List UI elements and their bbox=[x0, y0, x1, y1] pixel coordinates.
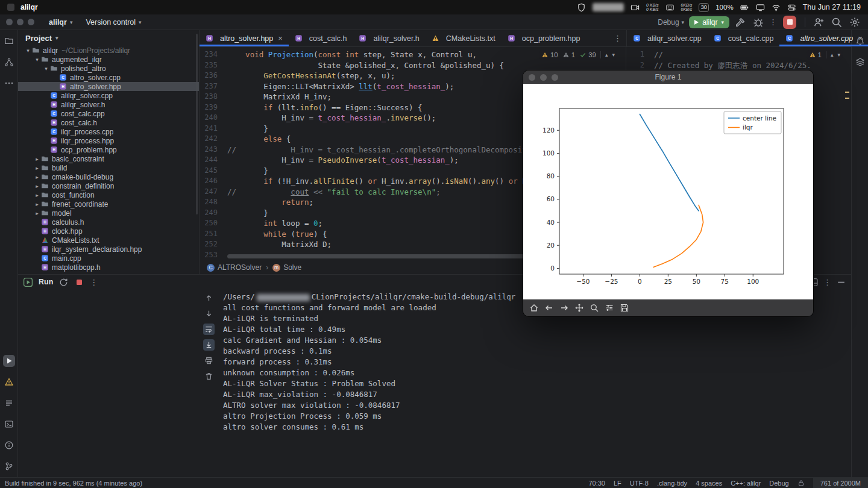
horizontal-scrollbar[interactable] bbox=[227, 254, 526, 258]
tab-CMakeLists.txt[interactable]: CMakeLists.txt bbox=[426, 30, 502, 46]
gutter-line-number[interactable]: 243 bbox=[200, 145, 227, 155]
stop-icon[interactable] bbox=[74, 277, 84, 287]
gutter-line-number[interactable]: 244 bbox=[200, 155, 227, 166]
tree-scrollbar[interactable] bbox=[196, 34, 198, 214]
figure-window[interactable]: Figure 1 −50−250255075100020406080100120… bbox=[523, 70, 813, 316]
gutter-line-number[interactable]: 240 bbox=[200, 113, 227, 124]
figure-titlebar[interactable]: Figure 1 bbox=[523, 70, 813, 84]
build-mode[interactable]: Debug bbox=[769, 480, 788, 487]
close-tab-icon[interactable]: × bbox=[278, 34, 283, 43]
display-icon[interactable] bbox=[756, 3, 765, 12]
chevron-right-icon[interactable]: ▸ bbox=[33, 156, 41, 162]
rerun-icon[interactable] bbox=[58, 277, 69, 287]
tree-item-ilqr_process.cpp[interactable]: Cilqr_process.cpp bbox=[18, 127, 199, 136]
indent-style[interactable]: 4 spaces bbox=[696, 480, 722, 487]
tree-item-model[interactable]: ▸model bbox=[18, 208, 199, 217]
zoom-icon[interactable] bbox=[588, 302, 600, 314]
scrollend-icon[interactable] bbox=[203, 339, 215, 351]
shield-icon[interactable] bbox=[577, 3, 586, 12]
next-problem-icon[interactable]: ▾ bbox=[837, 52, 840, 58]
battery-icon[interactable] bbox=[740, 3, 749, 12]
prev-problem-icon[interactable]: ▴ bbox=[605, 52, 608, 58]
chevron-right-icon[interactable]: ▸ bbox=[33, 165, 41, 171]
breadcrumb-Solve[interactable]: mSolve bbox=[272, 263, 301, 272]
next-problem-icon[interactable]: ▾ bbox=[612, 52, 615, 58]
network-speed-widget[interactable]: 0 KB/s 0 KB/s bbox=[646, 3, 659, 12]
gutter-line-number[interactable]: 251 bbox=[200, 229, 227, 240]
tree-item-polished_altro[interactable]: ▾polished_altro bbox=[18, 64, 199, 73]
forward-icon[interactable] bbox=[558, 302, 570, 314]
tab-cost_calc.h[interactable]: Hcost_calc.h bbox=[289, 30, 353, 46]
console-output[interactable]: /Users/CLionProjects/alilqr/cmake-build-… bbox=[217, 289, 851, 477]
tree-item-cost_calc.h[interactable]: Hcost_calc.h bbox=[18, 118, 199, 127]
gutter-line-number[interactable]: 252 bbox=[200, 239, 227, 250]
chevron-down-icon[interactable]: ▾ bbox=[55, 35, 58, 41]
tree-item-matplotlibcpp.h[interactable]: Hmatplotlibcpp.h bbox=[18, 263, 199, 272]
back-icon[interactable] bbox=[543, 302, 555, 314]
search-everywhere-icon[interactable] bbox=[831, 16, 843, 28]
gutter-line-number[interactable]: 235 bbox=[200, 60, 227, 71]
down-icon[interactable] bbox=[203, 308, 215, 319]
camera-icon[interactable] bbox=[631, 3, 640, 12]
menubar-app-name[interactable]: alilqr bbox=[20, 3, 38, 11]
gutter-line-number[interactable]: 1 bbox=[626, 49, 654, 60]
gutter-line-number[interactable]: 2 bbox=[626, 60, 654, 71]
tree-item-alilqr_solver.cpp[interactable]: Calilqr_solver.cpp bbox=[18, 91, 199, 100]
up-icon[interactable] bbox=[203, 292, 215, 304]
layers-icon[interactable] bbox=[854, 56, 866, 68]
tab-alilqr_solver.cpp[interactable]: Calilqr_solver.cpp bbox=[627, 30, 708, 46]
clang-tidy[interactable]: .clang-tidy bbox=[657, 480, 687, 487]
gutter-line-number[interactable]: 248 bbox=[200, 197, 227, 208]
more-actions-icon[interactable]: ⋮ bbox=[769, 17, 777, 27]
tree-item-build[interactable]: ▸build bbox=[18, 163, 199, 172]
control-center-icon[interactable] bbox=[787, 3, 796, 12]
run-widget[interactable]: alilqr▾ bbox=[689, 16, 729, 28]
prev-problem-icon[interactable]: ▴ bbox=[831, 52, 834, 58]
project-panel-title[interactable]: Project bbox=[25, 34, 52, 43]
cursor-position[interactable]: 70:30 bbox=[588, 480, 605, 487]
gutter-line-number[interactable]: 253 bbox=[200, 250, 227, 261]
home-icon[interactable] bbox=[528, 302, 540, 314]
window-controls[interactable] bbox=[6, 19, 34, 25]
error-stripe-mark[interactable] bbox=[845, 92, 849, 93]
tree-item-CMakeLists.txt[interactable]: CMakeLists.txt bbox=[18, 236, 199, 245]
gutter-line-number[interactable]: 239 bbox=[200, 102, 227, 113]
vcs-widget[interactable]: Version control▾ bbox=[81, 16, 146, 28]
tree-item-cost_calc.cpp[interactable]: Ccost_calc.cpp bbox=[18, 109, 199, 118]
tree-item-altro_solver.cpp[interactable]: Caltro_solver.cpp bbox=[18, 73, 199, 82]
gutter-line-number[interactable]: 247 bbox=[200, 187, 227, 198]
more-icon[interactable] bbox=[3, 77, 15, 89]
inspections-widget-right[interactable]: 1 ▴ ▾ bbox=[807, 50, 843, 60]
menubar-clock[interactable]: Thu Jun 27 11:19 bbox=[803, 3, 861, 11]
error-stripe-mark[interactable] bbox=[845, 98, 849, 99]
tree-item-clock.hpp[interactable]: Hclock.hpp bbox=[18, 227, 199, 236]
project-widget[interactable]: alilqr▾ bbox=[44, 16, 77, 28]
gutter-line-number[interactable]: 242 bbox=[200, 134, 227, 145]
print-icon[interactable] bbox=[203, 355, 215, 366]
save-icon[interactable] bbox=[618, 302, 631, 314]
chevron-right-icon[interactable]: ▸ bbox=[33, 183, 41, 189]
structure-icon[interactable] bbox=[3, 56, 15, 68]
tab-cost_calc.cpp[interactable]: Ccost_calc.cpp bbox=[708, 30, 780, 46]
gutter-line-number[interactable]: 250 bbox=[200, 218, 227, 229]
tab-alilqr_solver.h[interactable]: Halilqr_solver.h bbox=[353, 30, 425, 46]
tree-item-ocp_problem.hpp[interactable]: Hocp_problem.hpp bbox=[18, 145, 199, 154]
gutter-line-number[interactable]: 237 bbox=[200, 81, 227, 92]
run-panel-title[interactable]: Run bbox=[39, 278, 53, 286]
count-badge[interactable]: 30 bbox=[699, 3, 709, 12]
run-more-icon[interactable]: ⋮ bbox=[90, 278, 98, 287]
run-panel-options-icon[interactable]: ⋮ bbox=[823, 278, 831, 287]
trash-icon[interactable] bbox=[203, 371, 215, 382]
close-tab-icon[interactable]: × bbox=[858, 34, 863, 43]
branch-icon[interactable] bbox=[3, 460, 15, 472]
tab-list-icon[interactable]: ⋮ bbox=[609, 34, 626, 43]
build-hammer-icon[interactable] bbox=[734, 16, 746, 28]
hide-panel-icon[interactable] bbox=[836, 277, 846, 287]
tree-item-constrain_definition[interactable]: ▸constrain_definition bbox=[18, 181, 199, 190]
memory-indicator[interactable]: 761 of 2000M bbox=[813, 478, 868, 488]
run-config-selector[interactable]: Debug▾ bbox=[658, 18, 684, 27]
chevron-right-icon[interactable]: ▸ bbox=[33, 192, 41, 198]
tree-item-alilqr_solver.h[interactable]: Halilqr_solver.h bbox=[18, 100, 199, 109]
gutter-line-number[interactable]: 236 bbox=[200, 70, 227, 81]
gutter-line-number[interactable]: 238 bbox=[200, 92, 227, 102]
